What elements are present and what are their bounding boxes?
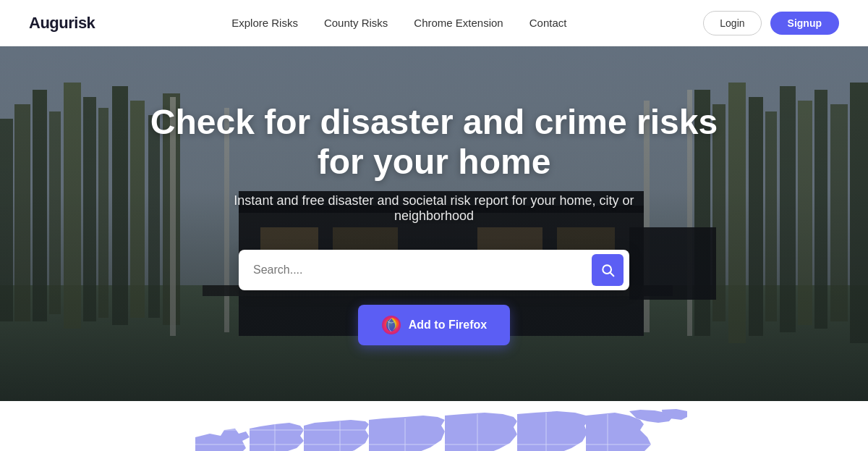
map-section [0, 401, 868, 451]
nav-contact[interactable]: Contact [529, 17, 567, 29]
svg-line-38 [610, 273, 614, 277]
svg-marker-46 [304, 420, 369, 451]
svg-marker-44 [250, 423, 304, 451]
nav-chrome-extension[interactable]: Chrome Extension [414, 17, 503, 29]
search-input[interactable] [253, 264, 592, 277]
firefox-icon [381, 315, 401, 335]
firefox-button-label: Add to Firefox [409, 319, 487, 332]
nav-explore-risks[interactable]: Explore Risks [231, 17, 298, 29]
login-button[interactable]: Login [703, 11, 761, 35]
add-to-firefox-button[interactable]: Add to Firefox [358, 305, 510, 345]
site-logo[interactable]: Augurisk [29, 14, 95, 33]
svg-marker-52 [517, 411, 590, 451]
county-map [181, 408, 687, 451]
hero-content: Check for disaster and crime risks for y… [0, 46, 868, 401]
search-icon [600, 263, 615, 277]
nav-actions: Login Signup [703, 11, 839, 35]
search-bar [239, 250, 629, 290]
hero-subtitle: Instant and free disaster and societal r… [217, 193, 651, 224]
svg-marker-42 [195, 429, 250, 451]
hero-section: Check for disaster and crime risks for y… [0, 46, 868, 401]
hero-title: Check for disaster and crime risks for y… [145, 102, 723, 182]
svg-marker-50 [445, 413, 517, 451]
signup-button[interactable]: Signup [770, 12, 839, 35]
search-button[interactable] [592, 254, 624, 286]
nav-links: Explore Risks County Risks Chrome Extens… [231, 17, 566, 29]
nav-county-risks[interactable]: County Risks [324, 17, 388, 29]
svg-marker-48 [369, 416, 445, 451]
navbar: Augurisk Explore Risks County Risks Chro… [0, 0, 868, 46]
